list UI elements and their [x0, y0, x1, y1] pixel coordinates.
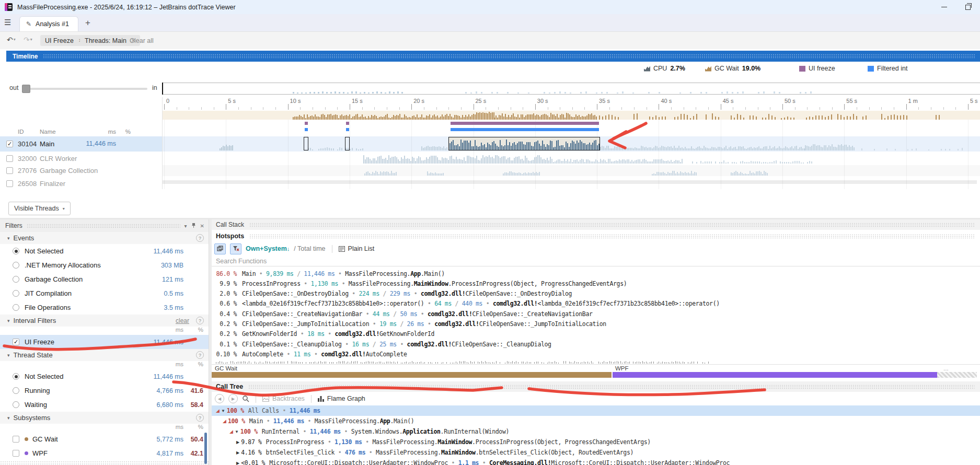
search-functions-input[interactable]: Search Functions: [212, 256, 980, 266]
expanded-icon: ◢: [223, 419, 226, 424]
radio-button[interactable]: [13, 262, 19, 269]
flame-graph-button[interactable]: Flame Graph: [318, 395, 365, 402]
radio-button[interactable]: [13, 304, 19, 311]
radio-button[interactable]: [13, 387, 19, 394]
pin-icon[interactable]: [191, 223, 196, 229]
hide-system-functions-button[interactable]: [230, 243, 241, 254]
call-tree-row[interactable]: ◢▼100 %RunInternal • 11,446 ms • System.…: [212, 426, 980, 437]
forward-button[interactable]: ▶: [228, 394, 238, 403]
radio-button[interactable]: [13, 290, 19, 297]
menu-icon[interactable]: ☰: [4, 18, 11, 27]
undo-button[interactable]: ↶▾: [7, 36, 16, 44]
clear-link[interactable]: clear: [176, 317, 189, 324]
hotspot-row[interactable]: 2.0 %CFileOpenSave::_OnDestroyDialog • 2…: [212, 289, 980, 299]
filter-row-garbage-collection[interactable]: Garbage Collection121 ms: [0, 272, 209, 286]
clear-all-link[interactable]: Clear all: [130, 37, 154, 44]
column-headers: ms%: [0, 327, 209, 335]
collapsed-icon: ▶: [236, 450, 239, 455]
thread-name[interactable]: Garbage Collection: [40, 167, 98, 175]
checkbox[interactable]: [13, 450, 19, 457]
subsystem-color-dot: [25, 451, 28, 455]
filter-funnel-icon: ▼: [221, 409, 225, 413]
collapse-recursion-button[interactable]: [214, 243, 226, 254]
thread-name[interactable]: Finalizer: [40, 180, 65, 188]
restore-button[interactable]: [956, 0, 980, 14]
thread-name[interactable]: Main: [40, 140, 54, 148]
call-tree-row[interactable]: ▶4.16 %btnSelectFiles_Click • 476 ms • M…: [212, 447, 980, 458]
ui-freeze-interval-box[interactable]: [448, 137, 600, 150]
section-header-subsystems[interactable]: ▾Subsystems?: [0, 412, 209, 424]
filters-header[interactable]: Filters▾✕: [0, 219, 209, 232]
plain-list-button[interactable]: Plain List: [339, 245, 375, 252]
zoom-slider-thumb[interactable]: [22, 85, 30, 93]
filter-row-wpf[interactable]: WPF4,817 ms42.1: [0, 446, 209, 460]
minimize-button[interactable]: [932, 0, 956, 14]
new-tab-button[interactable]: +: [85, 18, 90, 28]
backtraces-button[interactable]: Backtraces: [262, 395, 305, 402]
thread-col-header: ms: [78, 129, 116, 135]
radio-button[interactable]: [13, 373, 19, 380]
thread-checkbox[interactable]: [6, 167, 13, 174]
tab-analysis-1[interactable]: ✎ Analysis #1: [19, 16, 78, 31]
ui-freeze-interval-box[interactable]: [304, 137, 308, 150]
call-tree-header[interactable]: Call Tree: [212, 381, 980, 392]
checkbox[interactable]: [13, 436, 19, 443]
hotspots-header[interactable]: Hotspots: [212, 231, 980, 241]
hotspots-toolbar: Own+System↓ / Total time Plain List: [212, 242, 980, 255]
visible-threads-button[interactable]: Visible Threads▾: [8, 202, 71, 215]
filter-row-running[interactable]: Running4,766 ms41.6: [0, 383, 209, 398]
hotspot-row[interactable]: 0.10 %AutoComplete • 11 ms • comdlg32.dl…: [212, 349, 980, 359]
thread-checkbox[interactable]: [6, 180, 13, 187]
zoom-slider-track[interactable]: [22, 88, 147, 90]
checkbox[interactable]: ✓: [13, 339, 19, 345]
filter-row-file-operations[interactable]: File Operations3.5 ms: [0, 300, 209, 315]
filter-row-waiting[interactable]: Waiting6,680 ms58.4: [0, 398, 209, 412]
filters-scrollbar[interactable]: [204, 433, 207, 464]
call-tree-row[interactable]: ▶<0.01 %Microsoft::CoreUI::Dispatch::Use…: [212, 458, 980, 465]
back-button[interactable]: ◀: [215, 394, 224, 403]
search-icon[interactable]: [242, 395, 249, 402]
filtered-interval-mark: [346, 128, 349, 131]
filter-row-not-selected[interactable]: Not Selected11,446 ms: [0, 244, 209, 258]
radio-button[interactable]: [13, 248, 19, 254]
axis-tick-label: 40 s: [661, 98, 672, 104]
hotspot-row[interactable]: 0.1 %CFileOpenSave::_CleanupDialog • 16 …: [212, 339, 980, 349]
filter-x-icon: [233, 246, 239, 252]
filter-row-ui-freeze[interactable]: ✓UI Freeze11,446 ms: [0, 335, 209, 349]
section-header-events[interactable]: ▾Events?: [0, 232, 209, 244]
filter-row-not-selected[interactable]: Not Selected11,446 ms: [0, 369, 209, 383]
timeline-panel-header[interactable]: Timeline: [6, 51, 980, 62]
filter-row-gc-wait[interactable]: GC Wait5,772 ms50.4: [0, 432, 209, 446]
hotspot-row[interactable]: 0.6 %<lambda_02e16f319cf7ecf7371b23c858b…: [212, 299, 980, 309]
hotspot-row[interactable]: 9.9 %ProcessInProgress • 1,130 ms • Mass…: [212, 278, 980, 288]
sort-own-system[interactable]: Own+System↓: [246, 245, 290, 252]
zoom-in-label: in: [152, 84, 157, 91]
finalizer-track[interactable]: [162, 180, 977, 184]
ui-freeze-interval-box[interactable]: [345, 137, 350, 150]
thread-id: 27076: [18, 167, 37, 175]
hotspot-row[interactable]: 86.0 %Main • 9,839 ms / 11,446 ms • Mass…: [212, 269, 980, 278]
call-tree-row[interactable]: ◢100 %Main • 11,446 ms • MassFileProcess…: [212, 416, 980, 426]
radio-button[interactable]: [13, 401, 19, 408]
call-tree-row[interactable]: ◢▼100 %All Calls • 11,446 ms: [212, 405, 980, 416]
section-header-interval-filters[interactable]: ▾Interval Filtersclear?: [0, 315, 209, 327]
call-tree-row[interactable]: ▶9.87 %ProcessInProgress • 1,130 ms • Ma…: [212, 437, 980, 447]
thread-name[interactable]: CLR Worker: [40, 155, 77, 162]
sort-total-time[interactable]: / Total time: [294, 245, 325, 252]
filter-funnel-icon: ▼: [235, 429, 239, 434]
hotspot-row[interactable]: 0.4 %CFileOpenSave::_CreateNavigationBar…: [212, 309, 980, 319]
filter-row-jit-compilation[interactable]: JIT Compilation0.5 ms: [0, 286, 209, 300]
filter-row--net-memory-allocations[interactable]: .NET Memory Allocations303 MB: [0, 258, 209, 272]
radio-button[interactable]: [13, 276, 19, 283]
thread-checkbox[interactable]: [6, 155, 13, 162]
wpf-subsystem-bar[interactable]: [613, 372, 937, 378]
call-stack-header[interactable]: Call Stack: [212, 219, 980, 230]
subsystem-gc-wait-label: GC Wait: [215, 365, 237, 371]
redo-button[interactable]: ↷▾: [24, 36, 32, 44]
hotspot-row[interactable]: 0.2 %CFileOpenSave::_JumpToInitialLocati…: [212, 319, 980, 329]
other-subsystem-bar[interactable]: [937, 372, 977, 378]
section-header-thread-state[interactable]: ▾Thread State?: [0, 349, 209, 361]
thread-checkbox[interactable]: ✓: [6, 141, 13, 147]
hotspot-row[interactable]: 0.2 %GetKnownFolderId • 18 ms • comdlg32…: [212, 329, 980, 339]
gc-wait-subsystem-bar[interactable]: [212, 372, 612, 378]
